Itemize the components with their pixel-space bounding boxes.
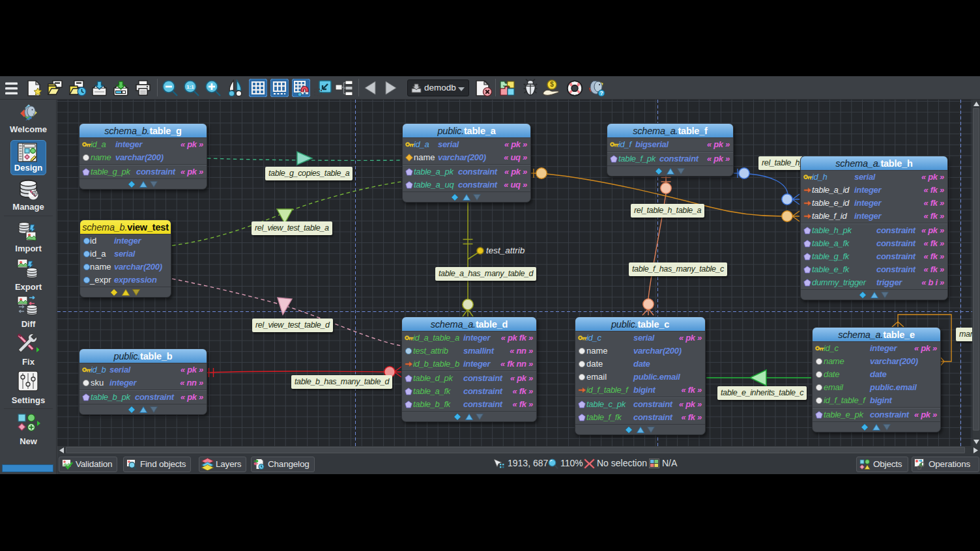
svg-text:?: ? xyxy=(599,90,603,96)
svg-text:1:1: 1:1 xyxy=(186,84,194,90)
svg-text:$: $ xyxy=(550,81,554,88)
